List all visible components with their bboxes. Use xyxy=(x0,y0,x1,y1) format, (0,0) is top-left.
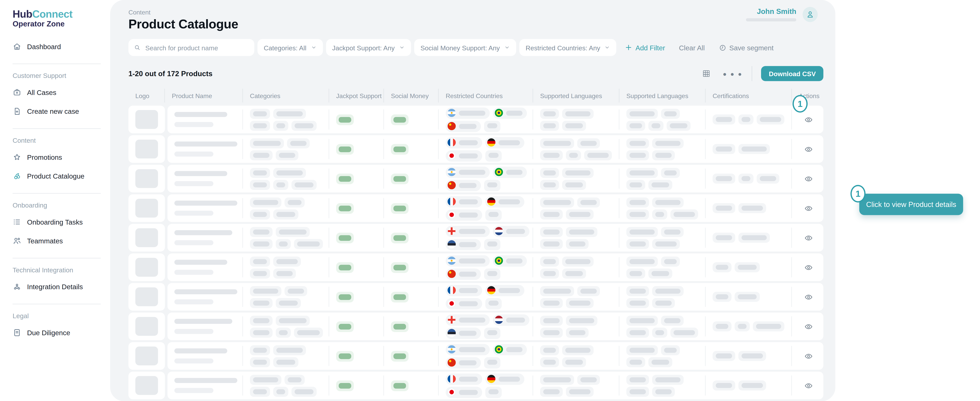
language-pill-skeleton xyxy=(627,179,645,190)
restricted-country-pill xyxy=(484,120,501,132)
pill-row xyxy=(250,120,324,130)
table-row[interactable] xyxy=(128,254,835,281)
table-row[interactable] xyxy=(128,106,835,133)
sidebar-item-create-new-case[interactable]: Create new case xyxy=(13,107,101,116)
jackpot-support-cell xyxy=(329,312,384,340)
skeleton-bar xyxy=(630,300,646,306)
flag-brazil-icon xyxy=(495,168,503,176)
product-name-cell xyxy=(167,106,243,133)
row-card xyxy=(167,283,823,311)
filter-dropdown-label: Restricted Countries: Any xyxy=(526,44,600,51)
view-product-details-button[interactable] xyxy=(799,203,818,213)
clock-icon xyxy=(719,44,726,51)
table-row[interactable] xyxy=(128,283,835,311)
sidebar-item-dashboard[interactable]: Dashboard xyxy=(13,42,101,51)
language-pill-skeleton xyxy=(566,298,593,308)
sidebar-item-onboarding-tasks[interactable]: Onboarding Tasks xyxy=(13,217,101,226)
filter-dropdown-social-money-support[interactable]: Social Money Support: Any xyxy=(414,39,516,56)
download-csv-button[interactable]: Download CSV xyxy=(761,66,823,81)
sidebar-item-product-catalogue[interactable]: Product Catalogue xyxy=(13,171,101,180)
table-row[interactable] xyxy=(128,135,835,163)
filter-dropdown-restricted-countries[interactable]: Restricted Countries: Any xyxy=(519,39,617,56)
view-product-details-button[interactable] xyxy=(799,233,818,243)
sidebar-item-all-cases[interactable]: All Cases xyxy=(13,88,101,97)
filter-bar: Categories: AllJackpot Support: AnySocia… xyxy=(128,39,835,56)
search-box[interactable] xyxy=(128,39,254,56)
language-pill-skeleton xyxy=(562,179,586,190)
table-row[interactable] xyxy=(128,312,835,340)
sidebar-section-technical-integration: Technical IntegrationIntegration Details xyxy=(13,266,101,304)
skeleton-bar xyxy=(487,241,497,246)
flag-germany-icon xyxy=(487,138,495,147)
skeleton-bar xyxy=(543,347,556,352)
restricted-country-pill xyxy=(446,298,482,309)
skeleton-bar xyxy=(543,241,560,246)
category-pill-skeleton xyxy=(287,138,310,148)
table-row[interactable] xyxy=(128,372,835,399)
skeleton-bar xyxy=(630,152,646,158)
save-segment-button[interactable]: Save segment xyxy=(719,44,773,51)
view-product-details-button[interactable] xyxy=(799,144,818,154)
sidebar-item-due-diligence[interactable]: Due Diligence xyxy=(13,328,101,337)
filter-dropdown-categories[interactable]: Categories: All xyxy=(258,39,323,56)
supported-languages-cell-2 xyxy=(619,224,706,251)
jackpot-support-badge xyxy=(336,114,354,125)
add-filter-button[interactable]: Add Filter xyxy=(625,44,665,51)
product-name-cell xyxy=(167,312,243,340)
certification-pill-skeleton xyxy=(713,380,735,390)
restricted-country-pill xyxy=(446,344,490,355)
brand-logo: HubConnect Operator Zone xyxy=(13,9,110,28)
actions-cell xyxy=(792,194,823,222)
table-row[interactable] xyxy=(128,342,835,370)
skeleton-bar xyxy=(569,152,578,158)
view-product-details-button[interactable] xyxy=(799,351,818,361)
grid-view-icon[interactable] xyxy=(702,69,711,78)
filter-dropdown-jackpot-support[interactable]: Jackpot Support: Any xyxy=(326,39,411,56)
skeleton-bar xyxy=(569,229,594,235)
search-input[interactable] xyxy=(144,43,249,52)
user-menu[interactable]: John Smith xyxy=(746,7,818,22)
row-card xyxy=(167,224,823,251)
skeleton-bar xyxy=(459,140,478,145)
skeleton-bar xyxy=(276,111,303,116)
product-logo-skeleton xyxy=(135,139,158,158)
flag-france-icon xyxy=(448,197,456,206)
file-plus-icon xyxy=(13,107,21,116)
restricted-country-row xyxy=(446,298,528,309)
skeleton-bar xyxy=(630,241,646,246)
toolbar-divider xyxy=(752,66,752,81)
skeleton-bar xyxy=(276,389,285,394)
skeleton-bar xyxy=(738,265,757,270)
product-name-skeleton xyxy=(175,260,228,265)
view-product-details-button[interactable] xyxy=(799,263,818,272)
skeleton-bar xyxy=(741,353,763,358)
view-product-details-button[interactable] xyxy=(799,292,818,301)
language-pill-skeleton xyxy=(648,268,672,278)
table-row[interactable] xyxy=(128,194,835,222)
view-product-details-button[interactable] xyxy=(799,115,818,124)
table-row[interactable] xyxy=(128,224,835,251)
sidebar-item-integration-details[interactable]: Integration Details xyxy=(13,282,101,291)
view-product-details-button[interactable] xyxy=(799,381,818,390)
certification-pill-skeleton xyxy=(757,173,779,184)
skeleton-bar xyxy=(459,331,476,336)
social-money-cell xyxy=(384,312,439,340)
view-product-details-button[interactable] xyxy=(799,174,818,183)
sidebar-item-promotions[interactable]: Promotions xyxy=(13,153,101,162)
restricted-countries-cell xyxy=(439,165,533,192)
skeleton-bar xyxy=(652,359,669,365)
restricted-country-pill xyxy=(446,268,481,280)
skeleton-bar xyxy=(288,288,304,293)
table-row[interactable] xyxy=(128,165,835,192)
clear-all-button[interactable]: Clear All xyxy=(679,44,705,51)
pill-row xyxy=(250,197,324,207)
view-product-details-button[interactable] xyxy=(799,322,818,331)
pill-row xyxy=(250,374,324,385)
category-pill-skeleton xyxy=(250,387,270,396)
category-pill-skeleton xyxy=(276,315,310,325)
skeleton-bar xyxy=(459,212,478,217)
ellipsis-icon[interactable]: ● ● ● xyxy=(723,70,743,77)
avatar[interactable] xyxy=(803,7,818,22)
language-pill-skeleton xyxy=(652,387,675,396)
sidebar-item-teammates[interactable]: Teammates xyxy=(13,236,101,245)
